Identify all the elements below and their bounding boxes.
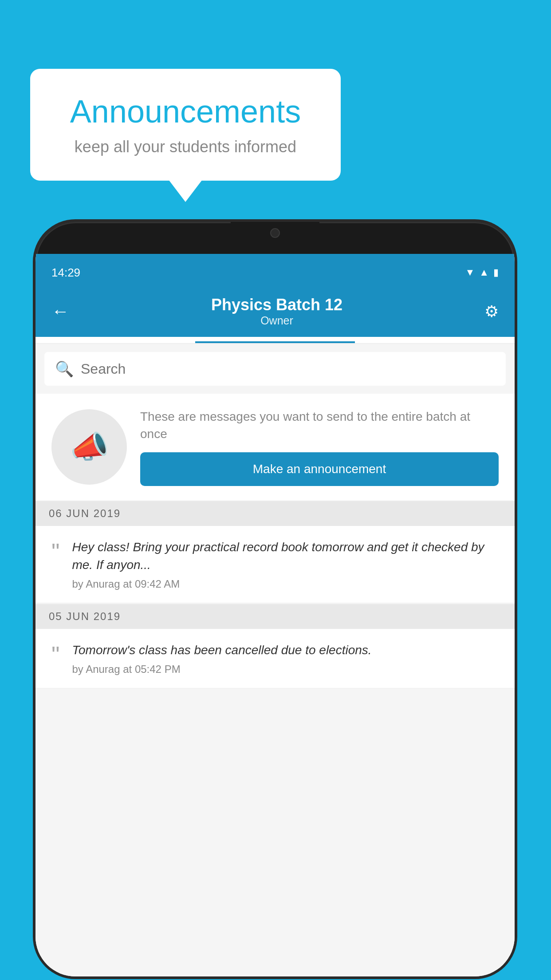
announcement-meta-1: by Anurag at 09:42 AM — [72, 578, 499, 590]
announcement-text-2: Tomorrow's class has been cancelled due … — [72, 641, 499, 676]
announcement-icon-circle: 📣 — [51, 409, 127, 485]
search-bar: 🔍 — [44, 352, 506, 386]
announcement-prompt-right: These are messages you want to send to t… — [140, 408, 499, 486]
speech-bubble: Announcements keep all your students inf… — [30, 69, 341, 181]
search-icon: 🔍 — [55, 360, 74, 378]
status-bar: 14:29 ▼ ▲ ▮ — [35, 254, 515, 286]
content-area: 🔍 📣 These are messages you want to send … — [35, 344, 515, 976]
battery-icon: ▮ — [493, 267, 499, 278]
signal-icon: ▲ — [479, 267, 489, 278]
phone-frame: 14:29 ▼ ▲ ▮ ← Physics Batch 12 Owner ⚙ — [35, 222, 515, 976]
date-separator-1: 06 JUN 2019 — [35, 501, 515, 526]
date-separator-2: 05 JUN 2019 — [35, 604, 515, 629]
announcement-message-1: Hey class! Bring your practical record b… — [72, 538, 499, 573]
phone-mockup: 14:29 ▼ ▲ ▮ ← Physics Batch 12 Owner ⚙ — [35, 222, 515, 976]
announcement-prompt-text: These are messages you want to send to t… — [140, 408, 499, 443]
phone-screen: 14:29 ▼ ▲ ▮ ← Physics Batch 12 Owner ⚙ — [35, 254, 515, 976]
wifi-icon: ▼ — [465, 267, 475, 278]
announcement-message-2: Tomorrow's class has been cancelled due … — [72, 641, 499, 659]
quote-icon-2: " — [51, 643, 59, 666]
app-bar-subtitle: Owner — [69, 314, 484, 327]
announcement-item-2[interactable]: " Tomorrow's class has been cancelled du… — [35, 629, 515, 688]
speech-bubble-container: Announcements keep all your students inf… — [30, 69, 341, 181]
search-input[interactable] — [81, 361, 495, 377]
announcement-text-1: Hey class! Bring your practical record b… — [72, 538, 499, 590]
phone-notch — [231, 222, 319, 245]
front-camera — [270, 228, 280, 238]
status-icons: ▼ ▲ ▮ — [465, 267, 499, 278]
app-bar-center: Physics Batch 12 Owner — [69, 296, 484, 327]
back-button[interactable]: ← — [51, 301, 69, 321]
app-bar-title: Physics Batch 12 — [69, 296, 484, 314]
announcements-heading: Announcements — [57, 93, 314, 130]
make-announcement-button[interactable]: Make an announcement — [140, 452, 499, 486]
settings-button[interactable]: ⚙ — [484, 302, 499, 321]
quote-icon-1: " — [51, 540, 59, 563]
announcements-subtitle: keep all your students informed — [57, 138, 314, 156]
megaphone-icon: 📣 — [70, 429, 109, 465]
announcement-item-1[interactable]: " Hey class! Bring your practical record… — [35, 526, 515, 603]
announcement-meta-2: by Anurag at 05:42 PM — [72, 663, 499, 676]
status-time: 14:29 — [51, 266, 80, 280]
app-bar: ← Physics Batch 12 Owner ⚙ — [35, 286, 515, 337]
announcement-prompt-card: 📣 These are messages you want to send to… — [35, 394, 515, 500]
